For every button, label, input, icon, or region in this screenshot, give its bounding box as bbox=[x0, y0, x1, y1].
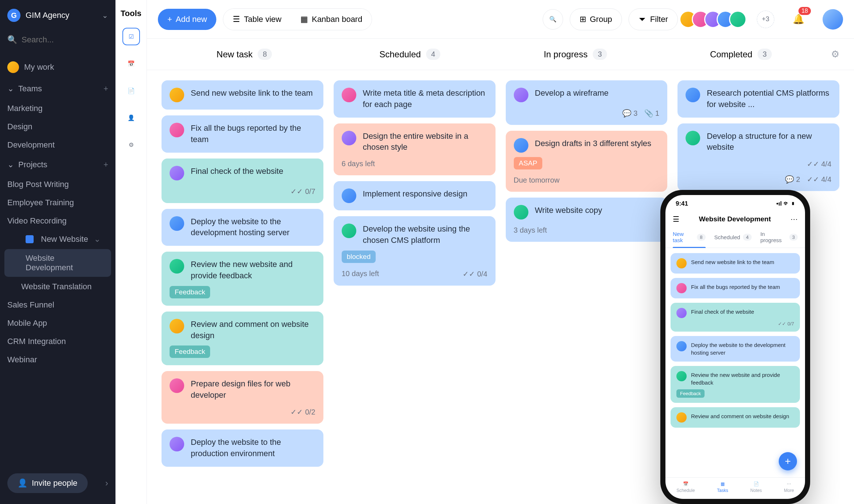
column-count: 3 bbox=[593, 49, 607, 60]
project-webinar[interactable]: Webinar bbox=[0, 351, 115, 369]
tab-count: 8 bbox=[697, 234, 705, 241]
task-card[interactable]: Review and comment on website designFeed… bbox=[162, 312, 323, 366]
project-mobile[interactable]: Mobile App bbox=[0, 314, 115, 332]
task-card[interactable]: Prepare design files for web developer✓✓… bbox=[162, 371, 323, 424]
card-title: Send new website link to the team bbox=[691, 258, 774, 266]
assignee-avatar bbox=[170, 166, 184, 180]
task-card[interactable]: Develop the website using the chosen CMS… bbox=[334, 216, 496, 286]
task-card[interactable]: Write meta title & meta description for … bbox=[334, 80, 496, 118]
rail-notes-icon[interactable]: 📄 bbox=[122, 82, 140, 99]
subproject-website-trans[interactable]: Website Translation bbox=[0, 278, 115, 296]
phone-task-card[interactable]: Fix all the bugs reported by the team bbox=[671, 278, 800, 298]
invite-people-button[interactable]: 👤 Invite people bbox=[7, 473, 88, 493]
column-new: Send new website link to the teamFix all… bbox=[162, 80, 323, 494]
task-card[interactable]: Send new website link to the team bbox=[162, 80, 323, 110]
task-card[interactable]: Research potential CMS platforms for web… bbox=[677, 80, 839, 118]
phone-task-card[interactable]: Send new website link to the team bbox=[671, 253, 800, 274]
task-card[interactable]: Review the new website and provide feedb… bbox=[162, 252, 323, 306]
filter-icon: ⏷ bbox=[638, 15, 646, 24]
task-card[interactable]: Develop a wireframe💬 3📎 1 bbox=[506, 80, 668, 125]
checklist-count: ✓✓ 0/7 bbox=[291, 187, 315, 196]
more-icon: ⋯ bbox=[787, 481, 791, 486]
attachments-count: 📎 1 bbox=[644, 109, 660, 118]
add-team-button[interactable]: + bbox=[103, 84, 108, 93]
phone-tab-progress[interactable]: In progress 3 bbox=[760, 231, 798, 248]
column-count: 3 bbox=[758, 49, 772, 60]
rail-settings-icon[interactable]: ⚙ bbox=[122, 136, 140, 153]
filter-button[interactable]: ⏷ Filter bbox=[629, 8, 678, 30]
project-blog[interactable]: Blog Post Writing bbox=[0, 175, 115, 194]
task-card[interactable]: Write website copy3 days left bbox=[506, 198, 668, 242]
search-input[interactable] bbox=[22, 35, 108, 45]
workspace-name: GIM Agency bbox=[26, 11, 97, 20]
nav-notes[interactable]: 📄Notes bbox=[750, 481, 762, 493]
rail-people-icon[interactable]: 👤 bbox=[122, 109, 140, 126]
nav-more[interactable]: ⋯More bbox=[784, 481, 794, 493]
task-card[interactable]: Implement responsive design bbox=[334, 181, 496, 210]
assignee-avatar bbox=[676, 341, 687, 351]
card-title: Research potential CMS platforms for web… bbox=[707, 88, 831, 110]
phone-task-card[interactable]: Review the new website and provide feedb… bbox=[671, 366, 800, 403]
phone-fab-add[interactable]: + bbox=[779, 452, 797, 470]
nav-label: Schedule bbox=[676, 488, 695, 493]
task-card[interactable]: Deploy the website to the production env… bbox=[162, 429, 323, 467]
workspace-logo: G bbox=[7, 9, 20, 22]
task-card[interactable]: Develop a structure for a new website✓✓ … bbox=[677, 123, 839, 191]
search-button[interactable]: 🔍 bbox=[543, 9, 563, 30]
phone-tab-new[interactable]: New task 8 bbox=[673, 231, 706, 248]
invite-label: Invite people bbox=[32, 478, 77, 488]
team-development[interactable]: Development bbox=[0, 136, 115, 154]
team-design[interactable]: Design bbox=[0, 118, 115, 136]
kanban-view-button[interactable]: ▦ Kanban board bbox=[291, 9, 372, 30]
subproject-website-dev[interactable]: Website Development bbox=[4, 249, 111, 277]
task-card[interactable]: Design the entire website in a chosen st… bbox=[334, 123, 496, 176]
nav-tasks[interactable]: ▦Tasks bbox=[717, 481, 728, 493]
phone-task-card[interactable]: Review and comment on website design bbox=[671, 407, 800, 428]
projects-section[interactable]: ⌄ Projects + bbox=[0, 154, 115, 175]
project-crm[interactable]: CRM Integration bbox=[0, 332, 115, 351]
kanban-label: Kanban board bbox=[312, 15, 362, 24]
phone-task-card[interactable]: Deploy the website to the development ho… bbox=[671, 336, 800, 362]
my-work[interactable]: My work bbox=[0, 56, 115, 78]
project-sales[interactable]: Sales Funnel bbox=[0, 296, 115, 314]
profile-avatar[interactable] bbox=[823, 9, 843, 30]
board-icon: ▦ bbox=[300, 15, 308, 24]
collapse-icon[interactable]: › bbox=[105, 478, 108, 488]
more-icon[interactable]: ⋯ bbox=[790, 215, 798, 224]
team-marketing[interactable]: Marketing bbox=[0, 99, 115, 118]
more-members[interactable]: +3 bbox=[757, 11, 774, 28]
project-training[interactable]: Employee Training bbox=[0, 194, 115, 212]
card-tag: blocked bbox=[342, 251, 376, 263]
rail-tasks-icon[interactable]: ☑ bbox=[122, 28, 140, 45]
task-card[interactable]: Final check of the website✓✓ 0/7 bbox=[162, 159, 323, 203]
assignee-avatar bbox=[676, 412, 687, 423]
notifications-button[interactable]: 🔔 18 bbox=[788, 9, 809, 30]
folder-icon bbox=[26, 235, 34, 243]
table-view-button[interactable]: ☰ Table view bbox=[223, 9, 291, 30]
phone-tab-scheduled[interactable]: Scheduled 4 bbox=[714, 231, 752, 248]
board-settings-icon[interactable]: ⚙ bbox=[831, 49, 839, 60]
assignee-avatar bbox=[170, 216, 184, 231]
task-card[interactable]: Fix all the bugs reported by the team bbox=[162, 115, 323, 153]
phone-header: ☰ Website Development ⋯ bbox=[665, 210, 805, 229]
member-avatars[interactable] bbox=[684, 11, 747, 28]
rail-calendar-icon[interactable]: 📅 bbox=[122, 55, 140, 72]
project-video[interactable]: Video Recording bbox=[0, 212, 115, 230]
add-project-button[interactable]: + bbox=[103, 160, 108, 169]
phone-task-card[interactable]: Final check of the website✓✓ 0/7 bbox=[671, 303, 800, 332]
search-bar[interactable]: 🔍 bbox=[7, 31, 108, 49]
add-new-button[interactable]: + Add new bbox=[158, 9, 216, 30]
chevron-down-icon: ⌄ bbox=[94, 234, 100, 244]
task-card[interactable]: Design drafts in 3 different stylesASAPD… bbox=[506, 131, 668, 192]
card-title: Fix all the bugs reported by the team bbox=[691, 283, 780, 291]
phone-tabs: New task 8 Scheduled 4 In progress 3 bbox=[665, 229, 805, 248]
workspace-switcher[interactable]: G GIM Agency ⌄ bbox=[0, 0, 115, 31]
chevron-down-icon: ⌄ bbox=[7, 84, 14, 93]
project-new-website[interactable]: New Website ⌄ bbox=[0, 230, 115, 248]
task-card[interactable]: Deploy the website to the development ho… bbox=[162, 209, 323, 246]
teams-section[interactable]: ⌄ Teams + bbox=[0, 78, 115, 99]
group-button[interactable]: ⊞ Group bbox=[570, 8, 622, 30]
nav-schedule[interactable]: 📅Schedule bbox=[676, 481, 695, 493]
menu-icon[interactable]: ☰ bbox=[673, 215, 679, 224]
table-view-label: Table view bbox=[244, 15, 281, 24]
